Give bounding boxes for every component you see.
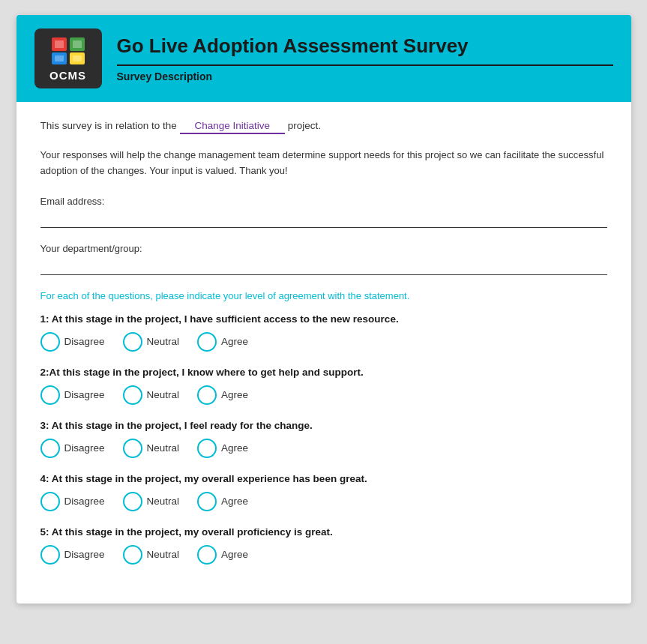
email-label: Email address: bbox=[40, 196, 607, 207]
survey-description-label: Survey Description bbox=[117, 70, 613, 82]
radio-circle-q1-agree[interactable] bbox=[197, 332, 217, 352]
radio-group-q5: DisagreeNeutralAgree bbox=[40, 545, 607, 565]
description-text: Your responses will help the change mana… bbox=[40, 148, 607, 179]
radio-option-q3-agree[interactable]: Agree bbox=[197, 439, 248, 458]
radio-label-q4-agree: Agree bbox=[221, 496, 248, 507]
radio-label-q2-neutral: Neutral bbox=[147, 389, 180, 400]
department-label: Your department/group: bbox=[40, 243, 607, 254]
intro-suffix: project. bbox=[288, 120, 321, 131]
svg-rect-6 bbox=[55, 55, 64, 61]
radio-option-q1-disagree[interactable]: Disagree bbox=[40, 332, 105, 352]
logo-text: OCMS bbox=[49, 69, 86, 82]
radio-circle-q1-disagree[interactable] bbox=[40, 332, 60, 352]
question-text-q4: 4: At this stage in the project, my over… bbox=[40, 473, 607, 484]
header: OCMS Go Live Adoption Assessment Survey … bbox=[16, 15, 631, 102]
radio-option-q5-agree[interactable]: Agree bbox=[197, 545, 248, 565]
radio-label-q4-neutral: Neutral bbox=[147, 496, 180, 507]
radio-circle-q5-agree[interactable] bbox=[197, 545, 217, 565]
radio-label-q1-neutral: Neutral bbox=[147, 336, 180, 347]
question-block-q2: 2:At this stage in the project, I know w… bbox=[40, 367, 607, 405]
radio-circle-q2-neutral[interactable] bbox=[123, 385, 142, 405]
radio-circle-q4-agree[interactable] bbox=[197, 492, 217, 511]
radio-option-q2-neutral[interactable]: Neutral bbox=[123, 385, 180, 405]
radio-group-q2: DisagreeNeutralAgree bbox=[40, 385, 607, 405]
svg-rect-7 bbox=[73, 55, 82, 61]
radio-circle-q5-disagree[interactable] bbox=[40, 545, 60, 565]
radio-label-q5-disagree: Disagree bbox=[64, 549, 105, 560]
radio-label-q3-agree: Agree bbox=[221, 442, 248, 454]
radio-circle-q2-agree[interactable] bbox=[197, 385, 217, 405]
radio-option-q2-disagree[interactable]: Disagree bbox=[40, 385, 105, 405]
intro-prefix: This survey is in relation to the bbox=[40, 120, 177, 131]
radio-option-q4-agree[interactable]: Agree bbox=[197, 492, 248, 511]
questions-container: 1: At this stage in the project, I have … bbox=[40, 313, 607, 565]
radio-group-q1: DisagreeNeutralAgree bbox=[40, 332, 607, 352]
question-block-q1: 1: At this stage in the project, I have … bbox=[40, 313, 607, 352]
radio-circle-q3-neutral[interactable] bbox=[123, 439, 142, 458]
radio-label-q2-disagree: Disagree bbox=[64, 389, 105, 400]
radio-label-q4-disagree: Disagree bbox=[64, 496, 105, 507]
intro-line: This survey is in relation to the Change… bbox=[40, 120, 607, 134]
logo-box: OCMS bbox=[34, 28, 102, 88]
question-block-q3: 3: At this stage in the project, I feel … bbox=[40, 420, 607, 458]
email-field-row: Email address: bbox=[40, 196, 607, 228]
radio-group-q3: DisagreeNeutralAgree bbox=[40, 439, 607, 458]
radio-option-q3-neutral[interactable]: Neutral bbox=[123, 439, 180, 458]
department-input[interactable] bbox=[40, 257, 607, 275]
radio-circle-q4-disagree[interactable] bbox=[40, 492, 60, 511]
question-text-q1: 1: At this stage in the project, I have … bbox=[40, 313, 607, 325]
question-text-q2: 2:At this stage in the project, I know w… bbox=[40, 367, 607, 378]
radio-label-q3-disagree: Disagree bbox=[64, 442, 105, 454]
question-text-q5: 5: At this stage in the project, my over… bbox=[40, 526, 607, 538]
radio-option-q4-neutral[interactable]: Neutral bbox=[123, 492, 180, 511]
question-block-q5: 5: At this stage in the project, my over… bbox=[40, 526, 607, 565]
radio-label-q1-disagree: Disagree bbox=[64, 336, 105, 347]
header-divider bbox=[117, 64, 613, 66]
radio-label-q5-neutral: Neutral bbox=[147, 549, 180, 560]
question-text-q3: 3: At this stage in the project, I feel … bbox=[40, 420, 607, 431]
radio-label-q3-neutral: Neutral bbox=[147, 442, 180, 454]
radio-option-q4-disagree[interactable]: Disagree bbox=[40, 492, 105, 511]
survey-container: OCMS Go Live Adoption Assessment Survey … bbox=[16, 15, 631, 604]
radio-circle-q2-disagree[interactable] bbox=[40, 385, 60, 405]
radio-circle-q3-disagree[interactable] bbox=[40, 439, 60, 458]
header-text: Go Live Adoption Assessment Survey Surve… bbox=[117, 34, 613, 82]
radio-option-q3-disagree[interactable]: Disagree bbox=[40, 439, 105, 458]
email-input[interactable] bbox=[40, 210, 607, 228]
radio-circle-q3-agree[interactable] bbox=[197, 439, 217, 458]
svg-rect-5 bbox=[73, 40, 82, 48]
radio-circle-q5-neutral[interactable] bbox=[123, 545, 142, 565]
radio-label-q5-agree: Agree bbox=[221, 549, 248, 560]
project-name[interactable]: Change Initiative bbox=[180, 120, 285, 134]
radio-label-q1-agree: Agree bbox=[221, 336, 248, 347]
radio-circle-q1-neutral[interactable] bbox=[123, 332, 142, 352]
radio-option-q2-agree[interactable]: Agree bbox=[197, 385, 248, 405]
radio-option-q5-neutral[interactable]: Neutral bbox=[123, 545, 180, 565]
ocms-logo-icon bbox=[50, 36, 86, 66]
radio-option-q1-neutral[interactable]: Neutral bbox=[123, 332, 180, 352]
question-instruction: For each of the questions, please indica… bbox=[40, 290, 607, 301]
question-block-q4: 4: At this stage in the project, my over… bbox=[40, 473, 607, 511]
radio-option-q5-disagree[interactable]: Disagree bbox=[40, 545, 105, 565]
body: This survey is in relation to the Change… bbox=[16, 102, 631, 604]
radio-circle-q4-neutral[interactable] bbox=[123, 492, 142, 511]
radio-option-q1-agree[interactable]: Agree bbox=[197, 332, 248, 352]
radio-label-q2-agree: Agree bbox=[221, 389, 248, 400]
survey-title: Go Live Adoption Assessment Survey bbox=[117, 34, 613, 58]
department-field-row: Your department/group: bbox=[40, 243, 607, 275]
svg-rect-4 bbox=[55, 40, 64, 48]
radio-group-q4: DisagreeNeutralAgree bbox=[40, 492, 607, 511]
